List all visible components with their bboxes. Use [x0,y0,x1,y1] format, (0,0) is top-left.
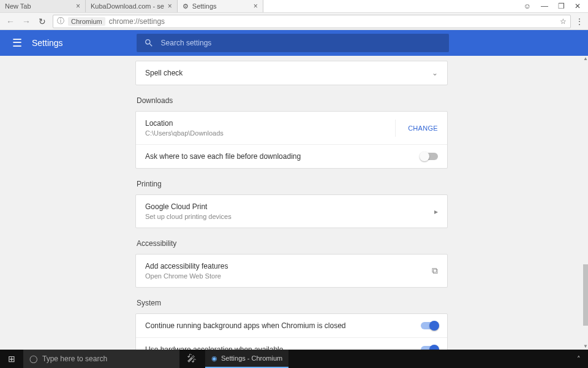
minimize-icon[interactable]: — [541,2,548,10]
hamburger-icon[interactable]: ☰ [12,36,22,50]
ask-before-download-toggle[interactable] [421,153,438,160]
printing-section-title: Printing [137,180,448,188]
address-bar[interactable]: ⓘ Chromium chrome://settings ☆ [53,15,571,28]
close-icon[interactable]: × [76,2,80,10]
settings-content: Spell check ⌄ Downloads Location C:\User… [0,56,583,350]
browser-menu-icon[interactable]: ⋮ [576,17,583,26]
scroll-down-arrow[interactable]: ▼ [583,343,588,350]
microphone-icon[interactable]: 🎤︎ [187,353,197,364]
vertical-scrollbar[interactable]: ▲ ▼ [583,56,588,350]
close-icon[interactable]: × [254,2,258,10]
location-label: Location [145,119,224,128]
hardware-accel-row: Use hardware acceleration when available [136,338,447,350]
system-card: Continue running background apps when Ch… [135,313,448,350]
location-value: C:\Users\qbap\Downloads [145,129,224,137]
url-text: chrome://settings [109,17,165,26]
printing-card: Google Cloud Print Set up cloud printing… [135,194,448,228]
add-accessibility-row[interactable]: Add accessibility features Open Chrome W… [136,255,447,287]
ask-before-download-label: Ask where to save each file before downl… [145,152,301,161]
site-info-icon[interactable]: ⓘ [57,16,64,26]
restore-icon[interactable]: ❐ [558,2,565,10]
add-accessibility-label: Add accessibility features [145,262,228,270]
gear-icon: ⚙ [183,2,189,10]
downloads-section-title: Downloads [137,96,448,105]
tab-title: KubaDownload.com - se [91,2,164,10]
system-section-title: System [137,299,448,307]
change-location-button[interactable]: CHANGE [395,120,438,137]
url-product-label: Chromium [68,17,105,26]
search-icon [144,38,154,48]
system-tray: ˄ [570,355,588,363]
accessibility-section-title: Accessibility [137,239,448,248]
background-apps-label: Continue running background apps when Ch… [145,321,346,330]
background-apps-row: Continue running background apps when Ch… [136,314,447,338]
start-button[interactable]: ⊞ [0,354,23,364]
download-location-row: Location C:\Users\qbap\Downloads CHANGE [136,112,447,145]
taskbar-search-placeholder: Type here to search [42,355,107,363]
settings-search-input[interactable]: Search settings [137,34,449,52]
tab-settings[interactable]: ⚙ Settings × [178,0,263,12]
external-link-icon: ⧉ [432,266,438,276]
taskbar-search-input[interactable]: ◯ Type here to search [23,350,179,368]
chevron-down-icon: ⌄ [432,69,438,77]
browser-toolbar: ← → ↻ ⓘ Chromium chrome://settings ☆ ⋮ [0,13,588,30]
tab-title: New Tab [5,2,31,10]
window-controls: ☺ — ❐ ✕ [516,0,588,12]
bookmark-star-icon[interactable]: ☆ [560,17,567,26]
downloads-card: Location C:\Users\qbap\Downloads CHANGE … [135,111,448,169]
tab-strip: New Tab × KubaDownload.com - se × ⚙ Sett… [0,0,516,12]
tray-expand-icon[interactable]: ˄ [577,355,581,363]
header-title: Settings [32,38,63,48]
add-accessibility-sub: Open Chrome Web Store [145,272,228,280]
tab-new-tab[interactable]: New Tab × [0,0,86,12]
scroll-up-arrow[interactable]: ▲ [583,56,588,62]
account-icon[interactable]: ☺ [524,2,531,10]
chromium-icon: ◉ [211,355,217,362]
close-icon[interactable]: × [168,2,172,10]
background-apps-toggle[interactable] [421,322,438,329]
reload-icon[interactable]: ↻ [37,17,48,26]
browser-tab-strip: New Tab × KubaDownload.com - se × ⚙ Sett… [0,0,588,13]
hardware-accel-label: Use hardware acceleration when available [145,345,283,350]
cloud-print-label: Google Cloud Print [145,202,232,211]
close-icon[interactable]: ✕ [575,2,581,10]
windows-taskbar: ⊞ ◯ Type here to search 🎤︎ ◉ Settings - … [0,350,588,368]
tab-title: Settings [192,2,217,10]
cloud-print-sub: Set up cloud printing devices [145,213,232,220]
forward-icon[interactable]: → [21,17,32,26]
spell-check-row[interactable]: Spell check ⌄ [136,61,447,85]
accessibility-card: Add accessibility features Open Chrome W… [135,254,448,288]
back-icon[interactable]: ← [5,17,16,26]
search-placeholder: Search settings [161,39,212,47]
chevron-right-icon: ▸ [434,207,438,216]
google-cloud-print-row[interactable]: Google Cloud Print Set up cloud printing… [136,195,447,228]
spell-check-card: Spell check ⌄ [135,61,448,85]
spell-check-label: Spell check [145,69,183,77]
ask-before-download-row: Ask where to save each file before downl… [136,145,447,168]
taskbar-item-label: Settings - Chromium [221,355,282,362]
tab-kubadownload[interactable]: KubaDownload.com - se × [86,0,178,12]
settings-header: ☰ Settings Search settings [0,30,588,56]
cortana-icon: ◯ [29,355,37,363]
taskbar-item-chromium[interactable]: ◉ Settings - Chromium [205,350,288,368]
scroll-thumb[interactable] [583,264,588,326]
